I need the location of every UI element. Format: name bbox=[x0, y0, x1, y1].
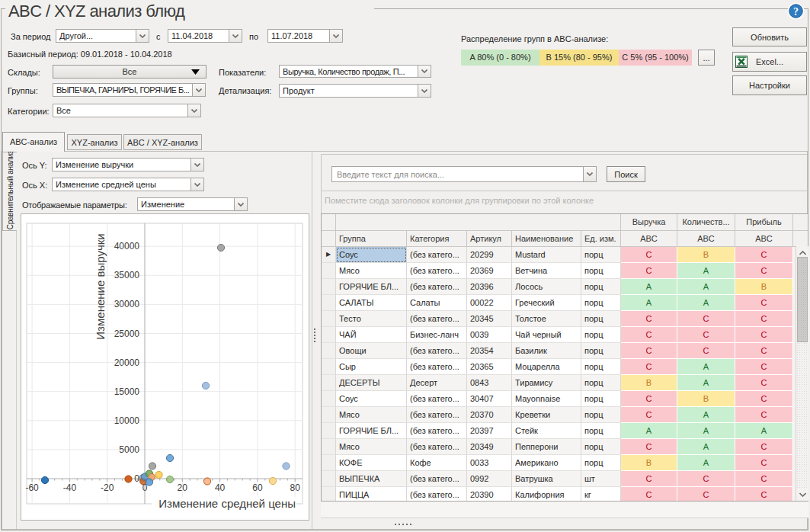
svg-text:40: 40 bbox=[215, 482, 226, 493]
svg-text:35000: 35000 bbox=[114, 270, 140, 280]
svg-text:Изменение средней цены: Изменение средней цены bbox=[158, 497, 296, 510]
svg-text:20: 20 bbox=[178, 482, 188, 493]
svg-text:80: 80 bbox=[290, 482, 301, 493]
svg-text:60: 60 bbox=[252, 482, 263, 493]
svg-text:-40: -40 bbox=[63, 482, 77, 493]
svg-text:-60: -60 bbox=[25, 482, 39, 493]
svg-text:5000: 5000 bbox=[119, 444, 139, 455]
svg-text:40000: 40000 bbox=[114, 241, 140, 252]
svg-text:0: 0 bbox=[134, 473, 139, 484]
svg-text:Изменение выручки: Изменение выручки bbox=[94, 233, 107, 339]
svg-text:15000: 15000 bbox=[114, 386, 140, 397]
svg-text:10000: 10000 bbox=[114, 415, 140, 426]
svg-text:-20: -20 bbox=[101, 482, 114, 493]
svg-text:?: ? bbox=[793, 6, 799, 18]
svg-text:20000: 20000 bbox=[114, 357, 140, 368]
svg-text:25000: 25000 bbox=[114, 328, 140, 339]
svg-text:30000: 30000 bbox=[114, 299, 140, 309]
